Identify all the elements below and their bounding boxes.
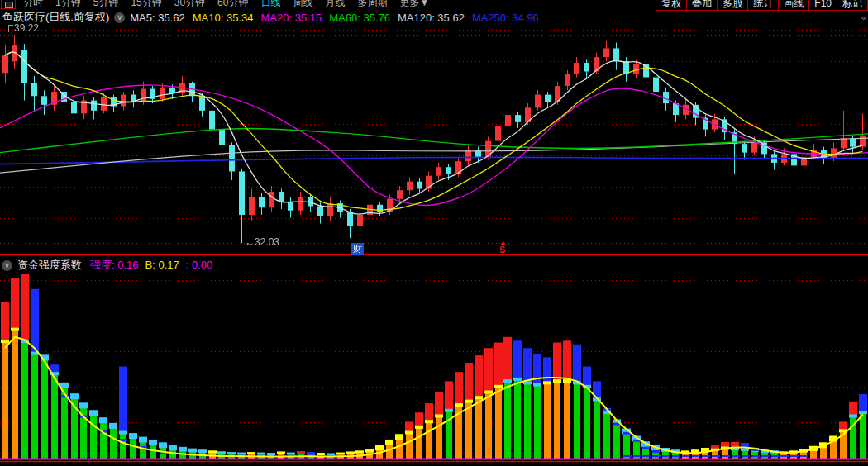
ma-label-0: MA5: 35.62	[130, 12, 185, 24]
indicator-values: 强度: 0.16B: 0.17: 0.00	[90, 258, 219, 273]
high-marker-tick	[8, 25, 13, 32]
period-menu-item-7[interactable]: 周线	[293, 0, 312, 10]
indicator-chart-canvas[interactable]	[0, 273, 868, 466]
signal-letter: S	[497, 245, 508, 254]
toolbar-button-2[interactable]: 多股	[717, 0, 748, 11]
finance-report-badge[interactable]: 财	[351, 243, 364, 255]
indicator-field-2: : 0.00	[186, 259, 213, 271]
ma-values: MA5: 35.62MA10: 35.34MA20: 35.15MA60: 35…	[130, 12, 546, 24]
candlestick-chart-canvas[interactable]	[0, 23, 868, 256]
indicator-chevron-down-icon[interactable]: ∨	[2, 260, 12, 271]
chart-title-bar: 鱼跃医疗(日线.前复权) ∨ MA5: 35.62MA10: 35.34MA20…	[0, 12, 868, 23]
ma-label-4: MA120: 35.62	[398, 12, 465, 24]
trading-terminal: 分时1分钟5分钟15分钟30分钟60分钟日线周线月线多周期更多▼ 复权叠加多股统…	[0, 0, 868, 466]
ma-label-2: MA20: 35.15	[261, 12, 322, 24]
indicator-header: ∨ 资金强度系数 强度: 0.16B: 0.17: 0.00	[0, 258, 868, 273]
window-icon[interactable]	[1, 0, 16, 9]
period-menu-item-10[interactable]: 更多▼	[399, 0, 429, 10]
period-menu-item-3[interactable]: 15分钟	[131, 0, 161, 10]
high-price-marker: 39.22	[8, 22, 39, 34]
toolbar-button-3[interactable]: 统计	[747, 0, 779, 11]
ma-label-1: MA10: 35.34	[193, 12, 254, 24]
toolbar-button-1[interactable]: 叠加	[686, 0, 718, 11]
indicator-field-0: 强度: 0.16	[90, 259, 139, 271]
toolbar: 分时1分钟5分钟15分钟30分钟60分钟日线周线月线多周期更多▼ 复权叠加多股统…	[0, 0, 868, 11]
period-menu-item-9[interactable]: 多周期	[357, 0, 387, 10]
period-menu-item-8[interactable]: 月线	[325, 0, 345, 10]
toolbar-button-6[interactable]: 标记	[837, 0, 868, 11]
ma-label-3: MA60: 35.76	[329, 12, 390, 24]
period-menu-item-6[interactable]: 日线	[260, 0, 280, 10]
period-menu-item-0[interactable]: 分时	[23, 0, 43, 10]
period-menu-item-1[interactable]: 1分钟	[55, 0, 81, 10]
toolbar-button-4[interactable]: 画线	[778, 0, 809, 11]
toolbar-button-5[interactable]: F10	[808, 0, 837, 11]
period-menu-item-5[interactable]: 60分钟	[217, 0, 248, 10]
low-price-marker: ←32.03	[245, 236, 279, 248]
indicator-field-1: B: 0.17	[145, 259, 179, 271]
window-glyph	[5, 2, 13, 8]
toolbar-buttons: 复权叠加多股统计画线F10标记	[656, 0, 868, 11]
period-menu-item-4[interactable]: 30分钟	[174, 0, 205, 10]
indicator-name: 资金强度系数	[17, 258, 82, 273]
sell-signal-marker: ▲ S	[497, 240, 508, 254]
chevron-down-icon[interactable]: ∨	[114, 12, 125, 23]
ma-label-5: MA250: 34.96	[472, 12, 539, 24]
collapse-arrow-icon[interactable]: «	[861, 12, 866, 22]
period-menu-item-2[interactable]: 5分钟	[93, 0, 119, 10]
toolbar-button-0[interactable]: 复权	[656, 0, 687, 11]
period-menu: 分时1分钟5分钟15分钟30分钟60分钟日线周线月线多周期更多▼	[23, 0, 429, 10]
